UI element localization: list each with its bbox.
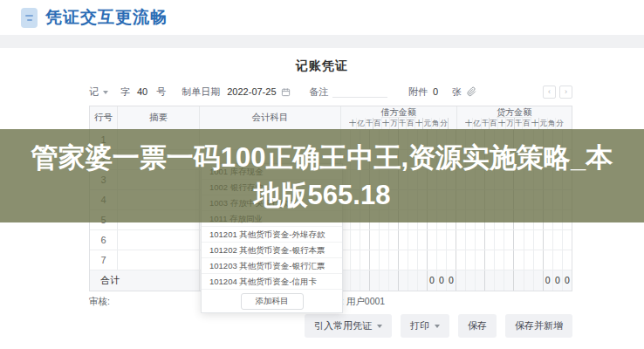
digit-col-label: 十: [465, 118, 474, 129]
total-digit-value: [476, 270, 485, 291]
attachment-unit-label: 张: [452, 86, 462, 99]
digit-cell: [495, 230, 504, 250]
debit-amount-cell[interactable]: [341, 230, 456, 250]
top-bar: 凭证交互更流畅: [0, 0, 644, 35]
digit-cell: [544, 250, 553, 270]
attachment-area: 附件 0 张: [408, 86, 476, 99]
account-option[interactable]: 101202 其他货币资金-银行本票: [202, 243, 342, 258]
voucher-word-value: 记: [89, 86, 99, 99]
attachment-count-input[interactable]: 0: [433, 86, 438, 97]
summary-cell[interactable]: [118, 250, 200, 270]
save-button[interactable]: 保存: [458, 314, 497, 338]
digit-cell: [476, 230, 485, 250]
digit-col-label: 百: [523, 118, 531, 129]
remark-input[interactable]: [332, 86, 387, 98]
digit-cell: [447, 250, 456, 270]
paperclip-icon[interactable]: [467, 86, 476, 97]
digit-cell: [563, 250, 572, 270]
summary-cell[interactable]: [118, 230, 200, 250]
digit-col-label: 千: [366, 118, 374, 129]
digit-cell: [476, 250, 485, 270]
digit-cell: [485, 250, 495, 270]
digit-cell: [399, 250, 408, 270]
total-credit-amount: 000: [456, 270, 572, 291]
digit-cell: [524, 230, 534, 250]
digit-cell: [399, 230, 408, 250]
digit-cell: [504, 230, 514, 250]
row-number: 6: [90, 230, 118, 250]
digit-cell: [485, 230, 495, 250]
digit-cell: [389, 250, 399, 270]
prev-voucher-button[interactable]: ‹: [543, 86, 556, 99]
debit-digit-headers: 十亿千百十万千百十元角分: [349, 118, 449, 129]
hao-label: 号: [156, 86, 166, 99]
digit-cell: [504, 250, 514, 270]
digit-cell: [534, 230, 544, 250]
digit-cell: [428, 230, 437, 250]
total-debit-amount: 000: [341, 270, 456, 291]
digit-col-label: 十: [349, 118, 358, 129]
digit-cell: [408, 230, 418, 250]
watermark-overlay-band: 管家婆一票一码100正确王中王,资源实施策略_本地版565.18: [0, 129, 644, 222]
total-digit-value: [418, 270, 428, 291]
digit-cell: [437, 230, 447, 250]
digit-cell: [380, 250, 389, 270]
digit-col-label: 万: [506, 118, 515, 129]
digit-col-label: 千: [482, 118, 490, 129]
row-number: 7: [90, 250, 118, 270]
voucher-toolbar: 记 字 40 号 制单日期 2022-07-25 备注 附件 0 张: [89, 84, 572, 99]
digit-cell: [514, 250, 524, 270]
attachment-label: 附件: [408, 86, 428, 99]
watermark-text: 管家婆一票一码100正确王中王,资源实施策略_本地版565.18: [0, 139, 644, 214]
digit-col-label: 万: [390, 118, 399, 129]
credit-amount-cell[interactable]: [456, 250, 572, 270]
credit-group-label: 贷方金额: [497, 106, 531, 118]
total-digit-value: [504, 270, 514, 291]
save-and-new-button[interactable]: 保存并新增: [505, 314, 572, 338]
col-summary: 摘要: [118, 106, 200, 129]
digit-col-label: 亿: [473, 118, 482, 129]
remark-label: 备注: [310, 86, 329, 99]
total-digit-value: [389, 270, 399, 291]
digit-col-label: 百: [490, 118, 498, 129]
digit-cell: [495, 250, 504, 270]
col-account: 会计科目: [200, 106, 341, 129]
add-subject-button[interactable]: 添加科目: [241, 293, 304, 310]
digit-cell: [534, 250, 544, 270]
digit-cell: [524, 250, 534, 270]
import-common-voucher-button[interactable]: 引入常用凭证: [305, 314, 392, 338]
total-digit-value: [408, 270, 418, 291]
chevron-down-icon: [103, 91, 108, 97]
digit-col-label: 千: [515, 118, 524, 129]
total-digit-value: [456, 270, 466, 291]
print-label: 打印: [410, 319, 429, 332]
digit-cell: [389, 230, 399, 250]
total-digit-value: 0: [428, 270, 437, 291]
account-option[interactable]: 101201 其他货币资金-外埠存款: [202, 227, 342, 243]
creator-value: 用户0001: [346, 296, 385, 306]
digit-col-label: 百: [373, 118, 382, 129]
digit-col-label: 角: [432, 118, 441, 129]
date-input[interactable]: 2022-07-25: [227, 86, 290, 97]
table-header: 行号 摘要 会计科目 借方金额 十亿千百十万千百十元角分 贷方金额 十亿千百十万…: [90, 106, 572, 130]
voucher-number-input[interactable]: 40: [137, 86, 147, 97]
digit-cell: [563, 230, 572, 250]
total-digit-value: [514, 270, 524, 291]
digit-cell: [553, 250, 563, 270]
account-option[interactable]: 101204 其他货币资金-信用卡: [202, 274, 342, 290]
debit-group-label: 借方金额: [381, 106, 416, 118]
digit-col-label: 亿: [357, 118, 366, 129]
digit-cell: [360, 230, 370, 250]
next-voucher-button[interactable]: ›: [559, 86, 572, 99]
digit-cell: [408, 250, 418, 270]
digit-cell: [418, 250, 428, 270]
credit-amount-cell[interactable]: [456, 230, 572, 250]
debit-amount-cell[interactable]: [341, 250, 456, 270]
digit-cell: [351, 230, 360, 250]
digit-cell: [428, 250, 437, 270]
account-option[interactable]: 101203 其他货币资金-银行汇票: [202, 258, 342, 274]
total-digit-value: [370, 270, 380, 291]
voucher-pager: ‹ ›: [543, 86, 572, 99]
voucher-word-select[interactable]: 记: [89, 86, 108, 99]
print-button[interactable]: 打印: [401, 314, 449, 338]
